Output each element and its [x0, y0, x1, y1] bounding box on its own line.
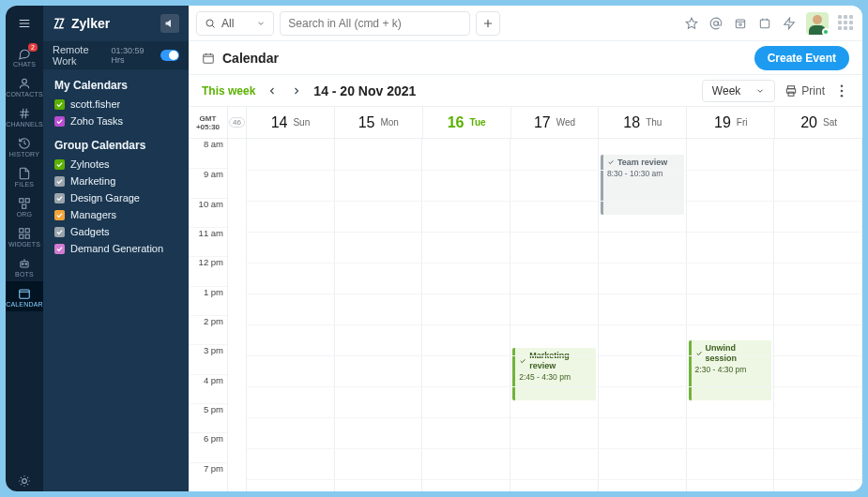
rail-calendar[interactable]: CALENDAR — [6, 281, 43, 311]
rail-history[interactable]: HISTORY — [6, 131, 43, 161]
create-event-button[interactable]: Create Event — [754, 46, 849, 70]
svg-rect-35 — [204, 53, 214, 62]
remote-toggle[interactable] — [160, 50, 180, 61]
breadcrumb: Calendar Create Event — [189, 41, 862, 75]
svg-point-3 — [23, 79, 27, 83]
badge: 2 — [28, 43, 38, 52]
checkbox-icon — [54, 193, 65, 203]
my-calendars-title: My Calendars — [43, 69, 189, 96]
calendar-design-garage[interactable]: Design Garage — [43, 189, 189, 206]
chevron-down-icon — [256, 19, 266, 28]
nav-rail: CHATS2CONTACTSCHANNELSHISTORYFILESORGWID… — [6, 6, 43, 491]
svg-point-22 — [206, 20, 213, 26]
contact-icon — [18, 77, 31, 90]
calendar-zoho-tasks[interactable]: Zoho Tasks — [43, 113, 189, 129]
check-icon — [607, 158, 615, 166]
rail-bots[interactable]: BOTS — [6, 251, 43, 281]
checkbox-icon — [54, 227, 65, 237]
remote-label: Remote Work — [53, 44, 111, 67]
svg-line-6 — [23, 109, 23, 119]
day-column[interactable]: Marketing review2:45 - 4:30 pm — [510, 139, 599, 491]
next-week-button[interactable] — [289, 83, 304, 98]
calendar-marketing[interactable]: Marketing — [43, 173, 189, 189]
checkbox-icon — [54, 176, 65, 187]
day-column[interactable] — [335, 139, 423, 491]
mention-icon[interactable] — [708, 16, 723, 31]
apps-icon[interactable] — [838, 15, 855, 32]
this-week-link[interactable]: This week — [202, 84, 255, 98]
sidebar: Zylker Remote Work 01:30:59 Hrs My Calen… — [43, 6, 189, 491]
svg-point-43 — [841, 89, 844, 92]
svg-rect-12 — [25, 229, 29, 233]
svg-rect-8 — [20, 199, 23, 203]
calendar-zylnotes[interactable]: Zylnotes — [43, 156, 189, 173]
day-header: GMT+05:30 46 14Sun15Mon16Tue17Wed18Thu19… — [189, 107, 862, 139]
calendar-managers[interactable]: Managers — [43, 206, 189, 223]
svg-marker-34 — [784, 18, 795, 29]
day-column[interactable] — [422, 139, 510, 491]
prev-week-button[interactable] — [265, 83, 280, 98]
time-slots[interactable]: Marketing review2:45 - 4:30 pmTeam revie… — [247, 139, 862, 491]
checkbox-icon — [54, 116, 65, 127]
event-unwind-session[interactable]: Unwind session2:30 - 4:30 pm — [689, 340, 772, 400]
rail-contacts[interactable]: CONTACTS — [6, 71, 43, 101]
history-icon — [18, 137, 31, 150]
page-title: Calendar — [222, 51, 279, 66]
search-box[interactable] — [280, 11, 469, 36]
event-team-review[interactable]: Team review8:30 - 10:30 am — [601, 155, 684, 215]
day-header-19[interactable]: 19Fri — [687, 107, 775, 138]
hour-label: 4 pm — [189, 374, 227, 403]
day-column[interactable] — [247, 139, 335, 491]
day-header-15[interactable]: 15Mon — [335, 107, 423, 138]
more-button[interactable] — [834, 84, 849, 98]
day-header-17[interactable]: 17Wed — [511, 107, 600, 138]
rail-org[interactable]: ORG — [6, 191, 43, 221]
rail-channels[interactable]: CHANNELS — [6, 101, 43, 131]
org-icon — [18, 197, 31, 210]
day-column[interactable]: Team review8:30 - 10:30 am — [599, 139, 687, 491]
rail-chats[interactable]: CHATS2 — [6, 41, 43, 71]
brand-logo-icon — [53, 17, 66, 30]
svg-rect-9 — [25, 199, 29, 203]
day-header-16[interactable]: 16Tue — [423, 107, 511, 138]
hamburger-icon[interactable] — [6, 6, 43, 41]
theme-toggle[interactable] — [6, 469, 43, 491]
schedule-icon[interactable] — [757, 16, 772, 31]
reminder-icon[interactable] — [733, 16, 748, 31]
day-column[interactable] — [774, 139, 862, 491]
star-icon[interactable] — [684, 16, 699, 31]
calendar-demand-generation[interactable]: Demand Generation — [43, 240, 189, 257]
view-select[interactable]: Week — [702, 80, 775, 102]
date-range: 14 - 20 Nov 2021 — [313, 83, 416, 98]
svg-point-27 — [714, 21, 719, 25]
new-button[interactable] — [476, 11, 500, 36]
day-header-20[interactable]: 20Sat — [775, 107, 862, 138]
print-button[interactable]: Print — [784, 84, 825, 98]
search-input[interactable] — [288, 17, 461, 30]
hour-label: 1 pm — [189, 286, 227, 315]
svg-point-30 — [739, 23, 741, 25]
day-column[interactable]: Unwind session2:30 - 4:30 pm — [687, 139, 775, 491]
svg-rect-14 — [25, 234, 29, 238]
rail-files[interactable]: FILES — [6, 161, 43, 191]
hash-icon — [18, 107, 31, 120]
brand: Zylker — [43, 6, 189, 41]
day-header-18[interactable]: 18Thu — [599, 107, 687, 138]
avatar[interactable] — [806, 12, 829, 35]
checkbox-icon — [54, 210, 65, 220]
announce-button[interactable] — [160, 14, 179, 33]
range-bar: This week 14 - 20 Nov 2021 Week Print — [189, 75, 862, 107]
day-header-14[interactable]: 14Sun — [247, 107, 335, 138]
scope-select[interactable]: All — [196, 11, 274, 36]
svg-point-17 — [25, 264, 27, 265]
hour-label: 10 am — [189, 198, 227, 227]
rail-widgets[interactable]: WIDGETS — [6, 221, 43, 251]
hour-label: 2 pm — [189, 315, 227, 344]
calendar-scott-fisher[interactable]: scott.fisher — [43, 96, 189, 113]
topbar: All — [189, 6, 862, 41]
calendar-icon — [18, 287, 31, 300]
check-icon — [519, 357, 526, 365]
bolt-icon[interactable] — [782, 16, 797, 31]
hour-label: 9 am — [189, 168, 227, 197]
calendar-gadgets[interactable]: Gadgets — [43, 223, 189, 240]
